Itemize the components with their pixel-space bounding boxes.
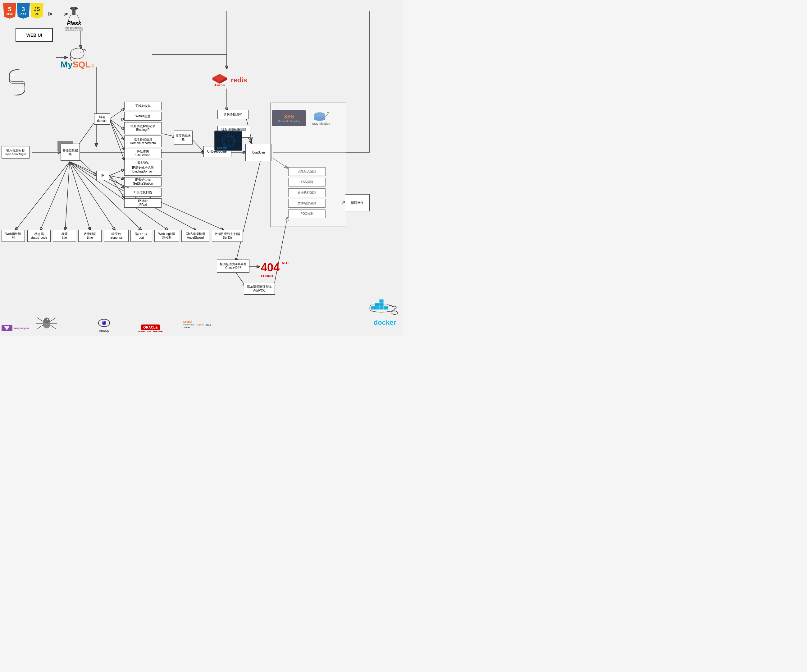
cms-label: CMS [206, 324, 211, 326]
not-found-404-text: 404 [261, 261, 279, 274]
weblogic-label: WEBLOGIC SERVER [138, 330, 163, 333]
cms-bottom-row: Joomla [183, 326, 230, 329]
basic-info-box: 基础信息搜集 [61, 144, 80, 161]
flask-logo: web dev Flask web development,one drop a… [65, 5, 83, 31]
add-poc-box: 添加漏洞验证脚本AddPOC [244, 283, 275, 294]
ip-box: IP [96, 171, 110, 180]
wappalyzer-logo: Wappalyzer [2, 325, 29, 331]
joomla-label: Joomla [183, 326, 190, 329]
svg-line-27 [236, 158, 261, 261]
bugscan-visual-icon: cyber scan [215, 131, 242, 150]
js-badge: JS JS [30, 3, 43, 19]
docker-label: docker [369, 319, 400, 327]
spider-logo [36, 314, 58, 333]
svg-line-15 [110, 119, 124, 160]
deep-collect-box: 深度信息收集 [174, 131, 193, 145]
ip-item-0: IP历史解析记录BindingDomain [124, 164, 161, 176]
domain-label: 域名domain [97, 115, 108, 123]
svg-rect-86 [380, 306, 383, 309]
vuln-merge-box: 漏洞整合 [345, 194, 370, 211]
check404-box: 检测是否为404界面Check404? [217, 259, 249, 273]
input-scan-box: 输入检测目标Input Scan Target [2, 146, 30, 158]
svg-text:⬟ REDIS: ⬟ REDIS [214, 84, 225, 87]
cms-drupal-label: Drupal [183, 320, 230, 324]
nmap-logo: Nmap [98, 317, 110, 333]
svg-rect-45 [72, 7, 75, 15]
webui-label: WEB UI [27, 33, 42, 38]
css-badge: 3 CSS [17, 3, 30, 19]
svg-line-36 [70, 161, 90, 230]
svg-text:cyber scan: cyber scan [217, 147, 227, 149]
svg-point-48 [80, 52, 81, 53]
ip-label: IP [101, 174, 104, 178]
svg-rect-88 [375, 303, 379, 306]
basic-info-label: 基础信息搜集 [62, 148, 78, 156]
svg-line-8 [79, 120, 96, 145]
docker-icon [369, 296, 400, 321]
svg-line-10 [110, 109, 124, 119]
bottom-port: 端口扫描port [130, 230, 152, 242]
bottom-time: 收录时间time [78, 230, 101, 242]
redis-icon: ⬟ REDIS [211, 73, 228, 87]
svg-rect-84 [371, 306, 375, 309]
svg-point-50 [19, 88, 22, 91]
vuln-types-container [270, 103, 346, 227]
input-scan-label: 输入检测目标Input Scan Target [5, 148, 25, 156]
bottom-sendir: 敏感目录/文件扫描SenDir [212, 230, 243, 242]
bottom-cms: CMS漏洞检测AngelSword [181, 230, 209, 242]
nmap-icon [98, 317, 110, 329]
svg-rect-90 [380, 299, 383, 303]
svg-line-33 [15, 161, 70, 230]
svg-line-19 [110, 176, 124, 197]
not-found-badge: 404 NOTFOUND [261, 261, 289, 280]
wappalyzer-label: Wappalyzer [14, 327, 29, 330]
oracle-label: ORACLE [141, 324, 159, 330]
svg-point-83 [103, 321, 104, 323]
bottom-response: 响应包response [104, 230, 129, 242]
oracle-weblogic-logo: ORACLE WEBLOGIC SERVER [138, 324, 163, 333]
domain-box: 域名domain [94, 113, 110, 125]
wordpress-label: WordPress [183, 324, 194, 326]
svg-line-34 [40, 161, 70, 230]
ip-item-1: IP旁站查询GetSiteStation [124, 177, 161, 186]
python-icon [3, 68, 31, 96]
svg-line-75 [50, 325, 56, 329]
python-logo [3, 68, 31, 98]
svg-line-70 [37, 318, 43, 321]
flask-label: Flask [67, 20, 81, 27]
svg-line-14 [110, 119, 124, 150]
svg-line-73 [50, 318, 56, 321]
svg-rect-85 [375, 306, 379, 309]
svg-point-79 [48, 319, 48, 320]
svg-point-69 [44, 318, 49, 323]
svg-rect-87 [384, 306, 388, 309]
bottom-status-code: 状态码status_code [27, 230, 51, 242]
bugscan-box: BugScan [246, 144, 272, 161]
redis-label: redis [231, 76, 247, 84]
mysql-logo: MySQL® [61, 47, 94, 70]
ip-item-2: C段信息扫描 [124, 188, 161, 197]
svg-rect-89 [380, 303, 383, 306]
nmap-label: Nmap [100, 329, 109, 333]
svg-line-17 [110, 176, 124, 179]
svg-line-9 [79, 158, 96, 176]
bottom-web-fingerprint: Web指纹识别 [2, 230, 25, 242]
domain-item-4: 旁站查询SiteStation [124, 149, 161, 158]
cms-logos-area: Drupal WordPress Magento CMS Joomla [183, 316, 230, 333]
webui-box: WEB UI [15, 28, 53, 42]
svg-point-49 [12, 74, 15, 77]
docker-logo: docker [369, 296, 400, 327]
magento-label: Magento [196, 324, 204, 326]
spider-icon [36, 314, 58, 332]
flask-subtitle: web development,one drop at a time [65, 27, 83, 31]
html-badge: 5 HTML [3, 3, 16, 19]
svg-line-13 [110, 119, 124, 140]
mysql-label: MySQL® [61, 60, 94, 70]
svg-line-35 [65, 161, 70, 230]
redis-logo: ⬟ REDIS redis [211, 73, 247, 87]
domain-item-3: 域名备案信息DomainRecordInfo [124, 136, 161, 147]
read-url-box: 读取待检测url [218, 110, 249, 119]
svg-line-16 [110, 170, 124, 176]
main-diagram: 5 HTML 3 CSS JS JS web dev Flask web dev… [0, 0, 404, 336]
svg-line-72 [37, 325, 43, 329]
